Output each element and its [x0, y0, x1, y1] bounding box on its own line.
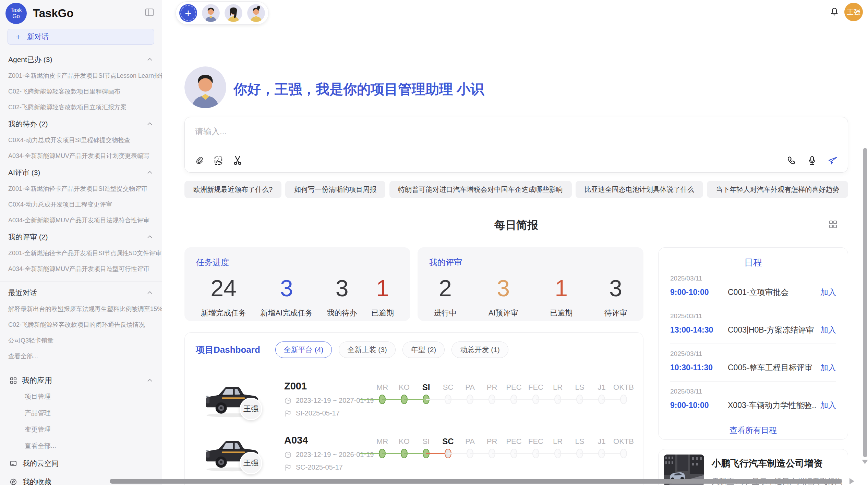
stat-value: 1 — [550, 276, 572, 300]
sidebar-collapse-icon[interactable] — [145, 8, 154, 17]
new-chat-button[interactable]: ＋ 新对话 — [8, 29, 154, 45]
composer: 请输入... — [184, 117, 848, 173]
dashboard-tab[interactable]: 全新平台 (4) — [275, 341, 332, 358]
sidebar-item[interactable]: Z001-全新燃油轻卡产品开发项目SI节点属性5D文件评审 — [0, 245, 162, 261]
user-avatar[interactable]: 王强 — [844, 3, 863, 21]
sidebar-item[interactable]: C02-飞腾新能源轻客改款项目里程碑画布 — [0, 84, 162, 99]
clock-icon — [284, 397, 292, 405]
greeting-text: 你好，王强，我是你的项目管理助理 小识 — [233, 80, 484, 99]
card-title: 我的评审 — [429, 257, 632, 268]
horizontal-scrollbar[interactable] — [110, 479, 842, 484]
chevron-up-icon — [146, 120, 154, 128]
send-icon[interactable] — [827, 155, 838, 166]
milestone-label: PEC — [503, 381, 525, 394]
sidebar-item-cloud-space[interactable]: 我的云空间 — [0, 454, 162, 473]
plus-icon: ＋ — [14, 31, 22, 42]
milestone-label: KO — [393, 381, 415, 394]
milestone-label: MR — [371, 435, 393, 448]
chevron-up-icon — [146, 56, 154, 63]
milestone-label: PR — [481, 435, 503, 448]
join-button[interactable]: 加入 — [820, 287, 836, 298]
app-item[interactable]: 项目管理 — [0, 388, 162, 405]
join-button[interactable]: 加入 — [820, 400, 836, 411]
milestone-label: OKTB — [613, 435, 635, 448]
event-name: C001-立项审批会 — [728, 287, 816, 298]
suggestion-chip[interactable]: 欧洲新规最近颁布了什么? — [184, 181, 281, 198]
stat: 3待评审 — [604, 276, 627, 318]
phone-icon[interactable] — [786, 155, 797, 166]
widgets-icon[interactable] — [828, 219, 838, 229]
suggestion-chip[interactable]: 当下年轻人对汽车外观有怎样的喜好趋势 — [707, 181, 848, 198]
conversation-avatar[interactable] — [202, 4, 220, 22]
app-item[interactable]: 查看全部... — [0, 438, 162, 454]
scissors-icon[interactable] — [232, 155, 243, 166]
scroll-down-arrow-icon[interactable] — [862, 460, 868, 464]
join-button[interactable]: 加入 — [820, 325, 836, 335]
recent-conversation-item[interactable]: 公司Q3轻卡销量 — [0, 333, 162, 348]
chevron-up-icon — [146, 289, 154, 297]
star-badge-icon — [10, 478, 17, 485]
conversation-avatar[interactable] — [247, 4, 265, 22]
vertical-scrollbar[interactable] — [863, 148, 867, 457]
suggestion-chip[interactable]: 如何写一份清晰的项目周报 — [285, 181, 385, 198]
view-all-schedule-link[interactable]: 查看所有日程 — [670, 425, 836, 436]
recent-conversation-item[interactable]: C02-飞腾新能源轻客改款项目的闭环通告反馈情况 — [0, 317, 162, 333]
milestone-dot — [620, 449, 627, 458]
project-dashboard-card: 项目Dashboard 全新平台 (4)全新上装 (3)年型 (2)动总开发 (… — [184, 332, 643, 485]
image-icon[interactable] — [213, 155, 224, 166]
recent-conversation-item[interactable]: 查看全部... — [0, 348, 162, 364]
dashboard-tab[interactable]: 全新上装 (3) — [339, 341, 396, 358]
suggestion-chip[interactable]: 特朗普可能对进口汽车增税会对中国车企造成哪些影响 — [389, 181, 572, 198]
stat-value: 24 — [201, 276, 246, 300]
add-conversation-button[interactable]: + — [179, 4, 197, 22]
sidebar-section-header[interactable]: 我的评审 (2) — [0, 228, 162, 245]
conversation-avatar[interactable] — [225, 4, 242, 22]
dashboard-tab[interactable]: 动总开发 (1) — [451, 341, 508, 358]
event-date: 2025/03/11 — [670, 350, 836, 358]
suggestion-chip[interactable]: 比亚迪全固态电池计划具体说了什么 — [576, 181, 703, 198]
event-name: C005-整车工程目标评审 — [728, 362, 816, 373]
bell-icon[interactable] — [829, 7, 840, 17]
app-item[interactable]: 变更管理 — [0, 421, 162, 438]
project-row[interactable]: 王强Z0012023-12-19 ~ 2027-01-19SI-2025-05-… — [196, 378, 635, 430]
recent-conversation-item[interactable]: 解释最新出台的欧盟报废车法规再生塑料比例被调至15%... — [0, 301, 162, 317]
sidebar-item[interactable]: C0X4-动力总成开发项目工程变更评审 — [0, 197, 162, 212]
milestone-track: MRKOSISCPAPRPECFECLRLSJ1OKTB — [371, 381, 635, 407]
dashboard-tab[interactable]: 年型 (2) — [402, 341, 445, 358]
divider — [0, 282, 162, 282]
sidebar: Task Go TaskGo ＋ 新对话 Agent已办 (3)Z001-全新燃… — [0, 0, 162, 485]
sidebar-item[interactable]: A034-全新新能源MUV产品开发项目造型可行性评审 — [0, 261, 162, 277]
sidebar-item[interactable]: A034-全新新能源MUV产品开发项目计划变更表编写 — [0, 148, 162, 164]
sidebar-section-header[interactable]: Agent已办 (3) — [0, 51, 162, 68]
milestone-label: FEC — [525, 381, 547, 394]
sidebar-item[interactable]: C02-飞腾新能源轻客改款项目立项汇报方案 — [0, 99, 162, 115]
app-logo: Task Go — [5, 3, 27, 24]
stat: 3我的待办 — [327, 276, 357, 318]
flag-icon — [284, 464, 292, 471]
sidebar-section-header[interactable]: 我的待办 (2) — [0, 115, 162, 132]
milestone-label: PA — [459, 435, 481, 448]
join-button[interactable]: 加入 — [820, 362, 836, 373]
event-name: X003-车辆动力学性能验... — [728, 400, 816, 411]
stat-label: 进行中 — [434, 308, 457, 318]
sidebar-item[interactable]: Z001-全新燃油轻卡产品开发项目SI造型提交物评审 — [0, 181, 162, 197]
assistant-avatar — [184, 66, 226, 108]
schedule-event: 2025/03/119:00-10:00X003-车辆动力学性能验...加入 — [670, 382, 836, 419]
scroll-right-arrow-icon[interactable] — [849, 478, 854, 484]
milestone-label: KO — [393, 435, 415, 448]
paperclip-icon[interactable] — [194, 155, 205, 166]
sidebar-item-my-apps[interactable]: 我的应用 — [0, 371, 162, 388]
sidebar-section-header[interactable]: AI评审 (3) — [0, 164, 162, 181]
project-row[interactable]: 王强A0342023-12-19 ~ 2026-01-19SC-2025-05-… — [196, 433, 635, 484]
sidebar-item[interactable]: C0X4-动力总成开发项目SI里程碑提交物检查 — [0, 132, 162, 148]
recent-conversations-header[interactable]: 最近对话 — [0, 284, 162, 301]
composer-input[interactable]: 请输入... — [195, 126, 837, 137]
conversation-switcher: + — [176, 1, 269, 25]
mic-icon[interactable] — [807, 155, 818, 166]
chevron-up-icon — [146, 233, 154, 241]
sidebar-sections: Agent已办 (3)Z001-全新燃油皮卡产品开发项目SI节点Lesson L… — [0, 51, 162, 277]
sidebar-item[interactable]: Z001-全新燃油皮卡产品开发项目SI节点Lesson Learn报告 — [0, 68, 162, 84]
clock-icon — [284, 451, 292, 459]
app-item[interactable]: 产品管理 — [0, 405, 162, 421]
sidebar-item[interactable]: A034-全新新能源MUV产品开发项目法规符合性评审 — [0, 212, 162, 228]
